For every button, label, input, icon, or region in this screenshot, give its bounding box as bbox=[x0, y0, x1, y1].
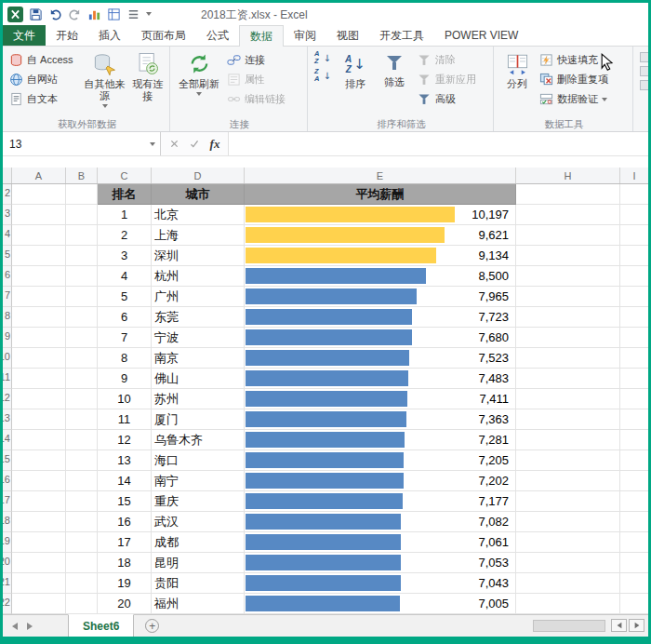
sort-ascending-button[interactable]: AZ↓ bbox=[312, 50, 336, 65]
sort-descending-button[interactable]: ZA↓ bbox=[312, 68, 336, 83]
cell-empty[interactable] bbox=[66, 450, 98, 471]
cell-empty[interactable] bbox=[66, 225, 98, 246]
cell-empty[interactable] bbox=[620, 471, 648, 491]
cell-city[interactable]: 昆明 bbox=[152, 553, 245, 573]
column-header-C[interactable]: C bbox=[98, 168, 152, 183]
cell-city[interactable]: 南京 bbox=[152, 348, 245, 369]
cell-empty[interactable] bbox=[620, 184, 648, 205]
cell-empty[interactable] bbox=[66, 512, 98, 532]
cell-empty[interactable] bbox=[12, 491, 66, 512]
cell-empty[interactable] bbox=[12, 205, 66, 225]
row-header[interactable]: 14 bbox=[3, 430, 12, 450]
cell-empty[interactable] bbox=[516, 594, 620, 614]
cell-empty[interactable] bbox=[66, 246, 98, 266]
cell-empty[interactable] bbox=[516, 287, 620, 307]
cell-city[interactable]: 乌鲁木齐 bbox=[152, 430, 245, 450]
cell-empty[interactable] bbox=[12, 287, 66, 307]
data-validation-button[interactable]: 数据验证 bbox=[537, 89, 628, 109]
customize-qat-icon[interactable] bbox=[146, 12, 152, 16]
sort-button[interactable]: AZ ↓ 排序 bbox=[336, 48, 375, 90]
cell-rank[interactable]: 18 bbox=[98, 553, 152, 573]
cell-empty[interactable] bbox=[12, 328, 66, 348]
row-header[interactable]: 9 bbox=[3, 328, 12, 348]
cell-empty[interactable] bbox=[12, 348, 66, 369]
cell-rank[interactable]: 3 bbox=[98, 246, 152, 266]
cell-city[interactable]: 苏州 bbox=[152, 389, 245, 409]
cell-empty[interactable] bbox=[12, 307, 66, 328]
confirm-entry-icon[interactable] bbox=[185, 135, 204, 154]
row-header[interactable]: 12 bbox=[3, 389, 12, 409]
cell-salary[interactable]: 7,053 bbox=[245, 553, 516, 573]
cell-empty[interactable] bbox=[620, 328, 648, 348]
cell-city[interactable]: 南宁 bbox=[152, 471, 245, 491]
cell-empty[interactable] bbox=[12, 389, 66, 409]
advanced-filter-button[interactable]: 高级 bbox=[414, 89, 490, 109]
row-header[interactable]: 8 bbox=[3, 307, 12, 328]
cell-empty[interactable] bbox=[620, 266, 648, 287]
cell-empty[interactable] bbox=[516, 369, 620, 389]
cell-salary[interactable]: 7,363 bbox=[245, 409, 516, 430]
pivot-table-icon[interactable] bbox=[107, 7, 121, 21]
cell-rank[interactable]: 13 bbox=[98, 450, 152, 471]
cell-salary[interactable]: 7,411 bbox=[245, 389, 516, 409]
cell-city[interactable]: 杭州 bbox=[152, 266, 245, 287]
redo-icon[interactable] bbox=[68, 7, 82, 21]
other-sources-button[interactable]: 自其他来源 bbox=[82, 48, 128, 108]
cell-city[interactable]: 厦门 bbox=[152, 409, 245, 430]
cell-city[interactable]: 宁波 bbox=[152, 328, 245, 348]
row-header[interactable]: 15 bbox=[3, 450, 12, 471]
cell-empty[interactable] bbox=[516, 266, 620, 287]
cell-city[interactable]: 广州 bbox=[152, 287, 245, 307]
filter-button[interactable]: 筛选 bbox=[375, 48, 414, 88]
cell-empty[interactable] bbox=[516, 307, 620, 328]
cell-empty[interactable] bbox=[12, 266, 66, 287]
select-all-corner[interactable] bbox=[3, 168, 12, 183]
connections-button[interactable]: 连接 bbox=[224, 50, 304, 70]
cell-salary[interactable]: 7,177 bbox=[245, 491, 516, 512]
cell-empty[interactable] bbox=[516, 430, 620, 450]
cell-salary[interactable]: 9,134 bbox=[245, 246, 516, 266]
refresh-all-button[interactable]: 全部刷新 bbox=[174, 48, 224, 96]
cell-empty[interactable] bbox=[620, 409, 648, 430]
cell-empty[interactable] bbox=[66, 184, 98, 205]
from-text-button[interactable]: 自文本 bbox=[7, 89, 82, 109]
cell-rank[interactable]: 8 bbox=[98, 348, 152, 369]
cell-salary[interactable]: 7,082 bbox=[245, 512, 516, 532]
cell-city[interactable]: 佛山 bbox=[152, 369, 245, 389]
cell-rank[interactable]: 12 bbox=[98, 430, 152, 450]
cell-empty[interactable] bbox=[516, 225, 620, 246]
cell-empty[interactable] bbox=[620, 430, 648, 450]
row-header[interactable]: 10 bbox=[3, 348, 12, 369]
cell-city[interactable]: 海口 bbox=[152, 450, 245, 471]
ribbon-tab-4[interactable]: 数据 bbox=[239, 25, 284, 47]
cell-empty[interactable] bbox=[66, 573, 98, 594]
column-header-A[interactable]: A bbox=[12, 168, 66, 183]
cell-salary[interactable]: 7,483 bbox=[245, 369, 516, 389]
cell-empty[interactable] bbox=[66, 307, 98, 328]
cell-salary[interactable]: 7,281 bbox=[245, 430, 516, 450]
cell-empty[interactable] bbox=[516, 348, 620, 369]
row-header[interactable]: 17 bbox=[3, 491, 12, 512]
cell-empty[interactable] bbox=[66, 430, 98, 450]
cell-empty[interactable] bbox=[516, 184, 620, 205]
cell-empty[interactable] bbox=[66, 369, 98, 389]
row-header[interactable]: 3 bbox=[3, 205, 12, 225]
cell-empty[interactable] bbox=[516, 573, 620, 594]
cell-empty[interactable] bbox=[620, 369, 648, 389]
sheet-nav-left-icon[interactable] bbox=[12, 623, 18, 630]
cell-empty[interactable] bbox=[12, 553, 66, 573]
insert-function-button[interactable]: fx bbox=[206, 135, 224, 154]
ribbon-tab-7[interactable]: 开发工具 bbox=[369, 25, 434, 46]
cell-salary[interactable]: 7,965 bbox=[245, 287, 516, 307]
cell-empty[interactable] bbox=[12, 573, 66, 594]
cell-empty[interactable] bbox=[516, 246, 620, 266]
cell-empty[interactable] bbox=[620, 450, 648, 471]
column-header-H[interactable]: H bbox=[516, 168, 620, 183]
cell-empty[interactable] bbox=[620, 512, 648, 532]
cell-empty[interactable] bbox=[620, 594, 648, 614]
row-header[interactable]: 19 bbox=[3, 532, 12, 553]
cell-empty[interactable] bbox=[12, 369, 66, 389]
cell-empty[interactable] bbox=[66, 491, 98, 512]
cell-empty[interactable] bbox=[66, 287, 98, 307]
row-header[interactable]: 11 bbox=[3, 369, 12, 389]
